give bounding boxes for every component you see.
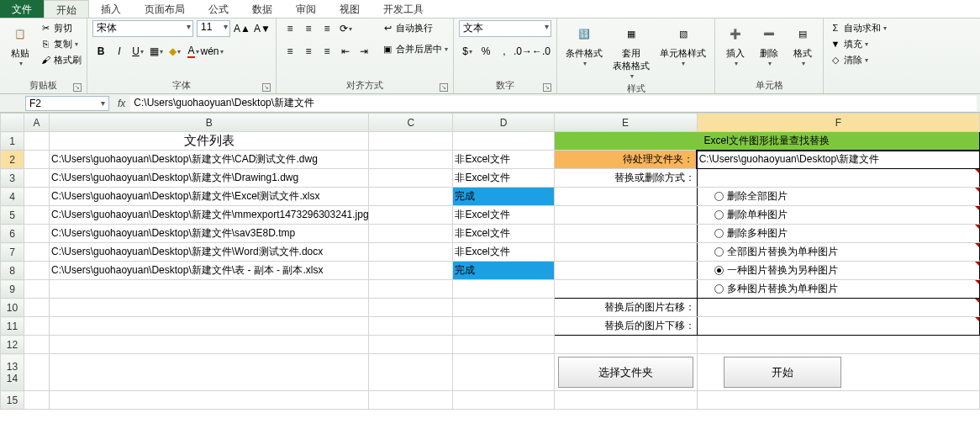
row-header-15[interactable]: 15 bbox=[1, 391, 24, 410]
phonetic-button[interactable]: wén▾ bbox=[203, 43, 220, 60]
row-header-8[interactable]: 8 bbox=[1, 262, 24, 280]
comma-button[interactable]: , bbox=[496, 43, 513, 60]
italic-button[interactable]: I bbox=[111, 43, 128, 60]
conditional-format-button[interactable]: 🔢条件格式▾ bbox=[562, 20, 606, 69]
cell-f2[interactable]: C:\Users\guohaoyuan\Desktop\新建文件 bbox=[697, 151, 979, 169]
delete-cells-button[interactable]: ➖删除▾ bbox=[754, 20, 784, 69]
cell-b6[interactable]: C:\Users\guohaoyuan\Desktop\新建文件\sav3E8D… bbox=[50, 225, 369, 243]
format-as-table-button[interactable]: ▦套用 表格格式▾ bbox=[609, 20, 653, 82]
formula-input[interactable] bbox=[130, 96, 977, 111]
format-painter-button[interactable]: 🖌格式刷 bbox=[39, 52, 82, 67]
underline-button[interactable]: U▾ bbox=[129, 43, 146, 60]
cell-b5[interactable]: C:\Users\guohaoyuan\Desktop\新建文件\mmexpor… bbox=[50, 206, 369, 225]
fill-color-button[interactable]: ◆▾ bbox=[166, 43, 183, 60]
row-header-6[interactable]: 6 bbox=[1, 225, 24, 243]
cell-d7[interactable]: 非Excel文件 bbox=[453, 243, 554, 262]
align-center-button[interactable]: ≡ bbox=[300, 43, 317, 60]
increase-font-button[interactable]: A▲ bbox=[234, 20, 250, 37]
col-header-a[interactable]: A bbox=[24, 114, 50, 132]
format-cells-button[interactable]: ▤格式▾ bbox=[788, 20, 818, 69]
col-header-b[interactable]: B bbox=[50, 114, 369, 132]
tab-dev[interactable]: 开发工具 bbox=[371, 0, 435, 18]
cell-d8[interactable]: 完成 bbox=[453, 262, 554, 280]
font-name-select[interactable]: 宋体 bbox=[92, 20, 193, 37]
name-box[interactable]: F2 bbox=[25, 96, 109, 111]
tab-formula[interactable]: 公式 bbox=[197, 0, 240, 18]
col-header-f[interactable]: F bbox=[697, 114, 979, 132]
cell-d3[interactable]: 非Excel文件 bbox=[453, 169, 554, 188]
row-header-12[interactable]: 12 bbox=[1, 336, 24, 354]
row-header-10[interactable]: 10 bbox=[1, 299, 24, 317]
cell-b8[interactable]: C:\Users\guohaoyuan\Desktop\新建文件\表 - 副本 … bbox=[50, 262, 369, 280]
tab-file[interactable]: 文件 bbox=[0, 0, 44, 18]
cell-d4[interactable]: 完成 bbox=[453, 188, 554, 206]
number-format-select[interactable]: 文本 bbox=[459, 20, 551, 37]
align-middle-button[interactable]: ≡ bbox=[300, 20, 317, 37]
fill-button[interactable]: ▼填充▾ bbox=[829, 36, 868, 51]
row-header-1[interactable]: 1 bbox=[1, 132, 24, 151]
row-header-3[interactable]: 3 bbox=[1, 169, 24, 188]
tab-data[interactable]: 数据 bbox=[240, 0, 284, 18]
cell-styles-button[interactable]: ▧单元格样式▾ bbox=[656, 20, 709, 69]
tab-review[interactable]: 审阅 bbox=[284, 0, 328, 18]
row-header-9[interactable]: 9 bbox=[1, 280, 24, 299]
clipboard-dialog-launcher[interactable]: ↘ bbox=[73, 83, 82, 92]
radio-replace-one-to-other[interactable]: 一种图片替换为另种图片 bbox=[699, 263, 977, 278]
font-dialog-launcher[interactable]: ↘ bbox=[262, 83, 271, 92]
cell-d6[interactable]: 非Excel文件 bbox=[453, 225, 554, 243]
align-left-button[interactable]: ≡ bbox=[282, 43, 298, 60]
cell-b1[interactable]: 文件列表 bbox=[50, 132, 369, 151]
radio-replace-all-to-one[interactable]: 全部图片替换为单种图片 bbox=[699, 245, 977, 259]
start-button[interactable]: 开始 bbox=[724, 357, 841, 388]
percent-button[interactable]: % bbox=[477, 43, 494, 60]
cut-button[interactable]: ✂剪切 bbox=[39, 20, 82, 35]
align-right-button[interactable]: ≡ bbox=[319, 43, 335, 60]
paste-button[interactable]: 📋 粘贴 ▾ bbox=[5, 20, 35, 69]
cell-d5[interactable]: 非Excel文件 bbox=[453, 206, 554, 225]
cell-d2[interactable]: 非Excel文件 bbox=[453, 151, 554, 169]
align-bottom-button[interactable]: ≡ bbox=[319, 20, 335, 37]
currency-button[interactable]: $▾ bbox=[459, 43, 476, 60]
font-size-select[interactable]: 11 bbox=[197, 20, 230, 37]
tab-start[interactable]: 开始 bbox=[44, 0, 89, 18]
col-header-c[interactable]: C bbox=[369, 114, 453, 132]
row-header-2[interactable]: 2 bbox=[1, 151, 24, 169]
bold-button[interactable]: B bbox=[92, 43, 109, 60]
autosum-button[interactable]: Σ自动求和▾ bbox=[829, 20, 887, 35]
indent-dec-button[interactable]: ⇤ bbox=[337, 43, 354, 60]
indent-inc-button[interactable]: ⇥ bbox=[356, 43, 372, 60]
border-button[interactable]: ▦▾ bbox=[148, 43, 165, 60]
copy-button[interactable]: ⎘复制▾ bbox=[39, 36, 82, 51]
decrease-font-button[interactable]: A▼ bbox=[254, 20, 271, 37]
tab-layout[interactable]: 页面布局 bbox=[133, 0, 197, 18]
cell-b2[interactable]: C:\Users\guohaoyuan\Desktop\新建文件\CAD测试文件… bbox=[50, 151, 369, 169]
radio-replace-multi-to-one[interactable]: 多种图片替换为单种图片 bbox=[699, 282, 977, 296]
row-header-7[interactable]: 7 bbox=[1, 243, 24, 262]
merge-center-button[interactable]: ▣合并后居中▾ bbox=[381, 41, 448, 56]
cell-b7[interactable]: C:\Users\guohaoyuan\Desktop\新建文件\Word测试文… bbox=[50, 243, 369, 262]
col-header-e[interactable]: E bbox=[554, 114, 697, 132]
select-all-corner[interactable] bbox=[1, 114, 24, 132]
align-top-button[interactable]: ≡ bbox=[282, 20, 298, 37]
cell-b4[interactable]: C:\Users\guohaoyuan\Desktop\新建文件\Excel测试… bbox=[50, 188, 369, 206]
select-folder-button[interactable]: 选择文件夹 bbox=[558, 357, 693, 388]
align-dialog-launcher[interactable]: ↘ bbox=[440, 83, 448, 92]
increase-decimal-button[interactable]: .0→ bbox=[514, 43, 531, 60]
cell-b3[interactable]: C:\Users\guohaoyuan\Desktop\新建文件\Drawing… bbox=[50, 169, 369, 188]
wrap-text-button[interactable]: ↩自动换行 bbox=[381, 20, 448, 35]
tab-view[interactable]: 视图 bbox=[328, 0, 371, 18]
tab-insert[interactable]: 插入 bbox=[89, 0, 133, 18]
spreadsheet-grid[interactable]: A B C D E F 1 文件列表 Excel文件图形批量查找替换 2 C:\… bbox=[0, 113, 980, 410]
col-header-d[interactable]: D bbox=[453, 114, 554, 132]
radio-delete-multi[interactable]: 删除多种图片 bbox=[699, 226, 977, 241]
number-dialog-launcher[interactable]: ↘ bbox=[543, 83, 551, 92]
radio-delete-all[interactable]: 删除全部图片 bbox=[699, 189, 977, 204]
row-header-11[interactable]: 11 bbox=[1, 317, 24, 336]
orientation-button[interactable]: ⟳▾ bbox=[337, 20, 354, 37]
fx-icon[interactable]: fx bbox=[113, 98, 130, 109]
decrease-decimal-button[interactable]: ←.0 bbox=[533, 43, 550, 60]
row-header-13[interactable]: 1314 bbox=[1, 354, 24, 391]
row-header-5[interactable]: 5 bbox=[1, 206, 24, 225]
row-header-4[interactable]: 4 bbox=[1, 188, 24, 206]
insert-cells-button[interactable]: ➕插入▾ bbox=[720, 20, 751, 69]
